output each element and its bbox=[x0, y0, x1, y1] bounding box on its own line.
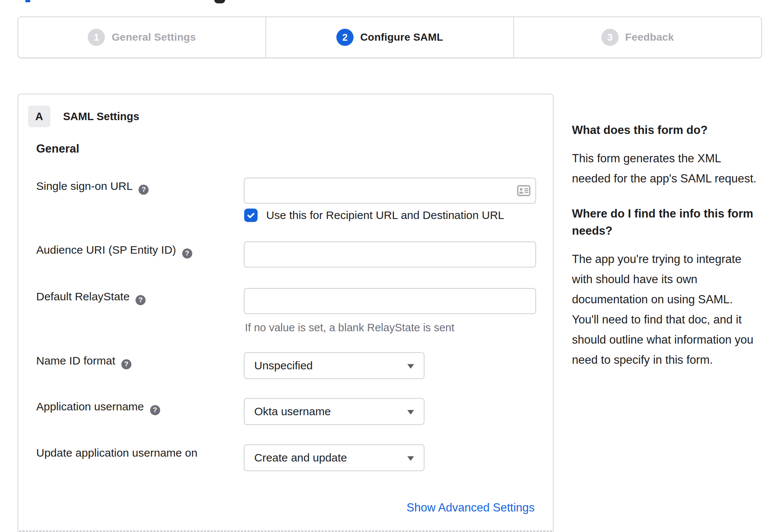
help-body-1: This form generates the XML needed for t… bbox=[572, 148, 760, 189]
update-username-value: Create and update bbox=[254, 451, 347, 464]
wizard-stepper: 1 General Settings 2 Configure SAML 3 Fe… bbox=[18, 16, 762, 58]
app-username-value: Okta username bbox=[254, 405, 331, 418]
step-number-badge: 2 bbox=[336, 29, 354, 46]
chevron-down-icon bbox=[407, 410, 414, 414]
help-icon[interactable] bbox=[150, 405, 160, 415]
sso-url-label: Single sign-on URL bbox=[36, 180, 149, 195]
relay-state-label-text: Default RelayState bbox=[36, 290, 130, 303]
saml-settings-panel: A SAML Settings General Single sign-on U… bbox=[18, 94, 554, 532]
chevron-down-icon bbox=[407, 364, 414, 369]
app-username-label-text: Application username bbox=[36, 400, 144, 413]
step-number-badge: 3 bbox=[601, 29, 619, 46]
section-divider bbox=[19, 531, 552, 532]
help-icon[interactable] bbox=[139, 185, 149, 195]
audience-uri-label-text: Audience URI (SP Entity ID) bbox=[36, 244, 176, 256]
help-icon[interactable] bbox=[182, 248, 192, 259]
help-heading-1: What does this form do? bbox=[572, 122, 760, 139]
audience-uri-label: Audience URI (SP Entity ID) bbox=[36, 244, 192, 259]
update-username-label: Update application username on bbox=[36, 447, 197, 459]
step-label: Configure SAML bbox=[360, 31, 443, 43]
step-general-settings[interactable]: 1 General Settings bbox=[18, 17, 265, 57]
update-username-select[interactable]: Create and update bbox=[244, 444, 424, 471]
help-icon[interactable] bbox=[121, 359, 131, 369]
section-badge: A bbox=[28, 106, 50, 127]
checkmark-icon bbox=[245, 210, 256, 221]
section-title: SAML Settings bbox=[63, 106, 139, 127]
sso-url-label-text: Single sign-on URL bbox=[36, 180, 133, 192]
step-label: General Settings bbox=[112, 31, 196, 43]
recipient-url-checkbox[interactable] bbox=[244, 209, 258, 222]
cutoff-dark-fragment bbox=[214, 0, 225, 3]
update-username-label-text: Update application username on bbox=[36, 447, 197, 459]
group-title: General bbox=[36, 142, 79, 156]
help-panel: What does this form do? This form genera… bbox=[572, 122, 760, 387]
step-number-badge: 1 bbox=[88, 29, 105, 46]
name-id-format-value: Unspecified bbox=[254, 359, 313, 372]
step-label: Feedback bbox=[625, 31, 674, 43]
contact-card-icon bbox=[517, 185, 530, 196]
name-id-format-select[interactable]: Unspecified bbox=[244, 352, 424, 379]
name-id-format-label: Name ID format bbox=[36, 354, 131, 369]
sso-url-input[interactable] bbox=[244, 178, 536, 204]
relay-state-label: Default RelayState bbox=[36, 290, 146, 305]
name-id-format-label-text: Name ID format bbox=[36, 354, 115, 367]
chevron-down-icon bbox=[407, 456, 414, 461]
relay-state-input[interactable] bbox=[244, 288, 536, 314]
help-icon[interactable] bbox=[136, 295, 146, 305]
help-body-2: The app you're trying to integrate with … bbox=[572, 249, 760, 370]
cutoff-blue-fragment bbox=[25, 0, 30, 2]
help-heading-2: Where do I find the info this form needs… bbox=[572, 205, 760, 240]
app-username-label: Application username bbox=[36, 400, 160, 415]
relay-state-hint: If no value is set, a blank RelayState i… bbox=[245, 322, 454, 334]
step-configure-saml[interactable]: 2 Configure SAML bbox=[265, 17, 513, 57]
app-username-select[interactable]: Okta username bbox=[244, 398, 424, 425]
step-feedback[interactable]: 3 Feedback bbox=[513, 17, 761, 57]
audience-uri-input[interactable] bbox=[244, 241, 536, 267]
recipient-url-checkbox-label: Use this for Recipient URL and Destinati… bbox=[266, 208, 504, 222]
show-advanced-settings-link[interactable]: Show Advanced Settings bbox=[407, 501, 535, 514]
